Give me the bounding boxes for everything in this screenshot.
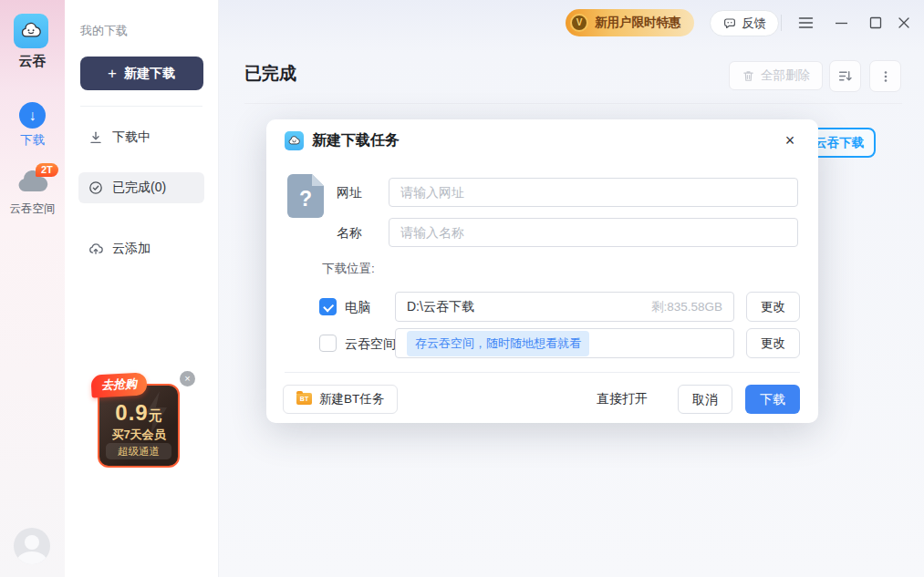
new-download-label: 新建下载	[124, 66, 175, 82]
maximize-button[interactable]	[865, 12, 887, 34]
user-avatar[interactable]	[14, 528, 50, 564]
app-name: 云吞	[0, 53, 65, 70]
promo-footer: 超级通道	[106, 443, 171, 459]
sidebar-divider	[80, 106, 202, 107]
change-cloud-button[interactable]: 更改	[746, 328, 800, 358]
promo-price: 0.9元	[99, 400, 178, 426]
pc-path-input[interactable]	[407, 300, 651, 314]
promo-subtitle: 买7天会员	[99, 427, 178, 443]
name-input[interactable]	[389, 218, 798, 247]
more-options-button[interactable]	[869, 60, 901, 92]
nav-download-icon[interactable]: ↓	[19, 102, 46, 129]
feedback-label: 反馈	[742, 15, 766, 32]
dialog-logo-icon	[285, 131, 304, 150]
change-pc-path-button[interactable]: 更改	[746, 292, 800, 322]
check-circle-icon	[88, 180, 103, 195]
plus-icon: +	[108, 66, 117, 81]
download-button[interactable]: 下载	[745, 385, 800, 414]
dialog-close-icon[interactable]: ×	[780, 130, 800, 150]
bt-task-label: 新建BT任务	[319, 391, 384, 407]
space-quota-badge: 2T	[36, 163, 58, 177]
url-label: 网址	[266, 185, 362, 201]
avatar-shoulders	[17, 551, 47, 564]
new-user-offer-badge[interactable]: V 新用户限时特惠	[566, 9, 694, 36]
offer-badge-label: 新用户限时特惠	[595, 15, 681, 31]
page-title: 已完成	[244, 62, 296, 86]
pc-checkbox[interactable]	[319, 298, 337, 315]
sidebar-item-label: 云添加	[112, 241, 151, 257]
sidebar: 我的下载 + 新建下载 下载中 已完成(0)	[65, 0, 219, 577]
promo-ribbon[interactable]: 去抢购	[90, 372, 147, 397]
pc-path-field[interactable]: 剩:835.58GB	[395, 292, 734, 322]
bt-folder-icon: BT	[296, 393, 312, 405]
app-logo[interactable]	[14, 14, 48, 48]
dialog-header: 新建下载任务 ×	[266, 119, 818, 161]
titlebar-separator	[781, 15, 782, 31]
arrow-down-glyph: ↓	[29, 108, 36, 124]
menu-icon[interactable]	[794, 12, 816, 34]
free-space-hint: 剩:835.58GB	[651, 299, 722, 315]
new-bt-task-button[interactable]: BT 新建BT任务	[283, 385, 398, 414]
promo-price-unit: 元	[149, 407, 162, 423]
minimize-button[interactable]	[830, 12, 852, 34]
feedback-bubble-icon	[722, 16, 737, 31]
delete-all-button[interactable]: 全部删除	[729, 61, 823, 90]
cloud-label[interactable]: 云吞空间	[345, 336, 396, 353]
app-window: 云吞 ↓ 下载 2T 云吞空间 我的下载 + 新建下载	[0, 0, 924, 577]
promo-close-icon[interactable]: ×	[180, 371, 195, 386]
dialog-footer: BT 新建BT任务 直接打开 取消 下载	[283, 384, 800, 414]
vip-v-icon: V	[570, 14, 588, 32]
close-window-button[interactable]	[893, 12, 915, 34]
cancel-button[interactable]: 取消	[678, 385, 732, 414]
bt-glyph: BT	[296, 393, 312, 405]
cloud-hint-field[interactable]: 存云吞空间，随时随地想看就看	[395, 328, 734, 358]
sidebar-item-cloud-add[interactable]: 云添加	[78, 234, 204, 263]
name-label: 名称	[266, 225, 362, 242]
sort-button[interactable]	[829, 60, 861, 92]
promo-price-number: 0.9	[115, 400, 148, 425]
new-download-button[interactable]: + 新建下载	[80, 57, 203, 90]
content-divider	[244, 103, 902, 104]
cloud-upload-icon	[88, 242, 103, 256]
pc-label[interactable]: 电脑	[345, 300, 370, 316]
download-location-label: 下载位置:	[322, 261, 375, 277]
nav-download-label[interactable]: 下载	[0, 132, 65, 149]
avatar-head	[25, 535, 39, 550]
kebab-menu-icon	[878, 69, 893, 84]
left-rail: 云吞 ↓ 下载 2T 云吞空间	[0, 0, 65, 577]
sidebar-item-downloading[interactable]: 下载中	[78, 123, 204, 152]
feedback-button[interactable]: 反馈	[710, 10, 779, 36]
nav-space-label[interactable]: 云吞空间	[0, 201, 65, 217]
sidebar-section-title: 我的下载	[80, 23, 218, 39]
url-input[interactable]	[389, 178, 798, 207]
trash-icon	[742, 69, 755, 83]
delete-all-label: 全部删除	[761, 67, 810, 84]
sidebar-item-label: 下载中	[112, 129, 151, 146]
cloud-hint-chip: 存云吞空间，随时随地想看就看	[407, 331, 589, 356]
sidebar-item-label: 已完成(0)	[112, 180, 166, 196]
new-download-dialog: 新建下载任务 × ? 网址 名称 下载位置: 电脑 剩:835.58GB 更改	[266, 119, 818, 423]
sidebar-item-completed[interactable]: 已完成(0)	[78, 172, 204, 203]
download-to-line-icon	[88, 130, 103, 145]
dialog-footer-divider	[285, 372, 800, 373]
cloud-smile-icon	[19, 19, 43, 43]
open-directly-link[interactable]: 直接打开	[597, 391, 648, 407]
sort-icon	[837, 68, 853, 84]
cloud-checkbox[interactable]	[319, 335, 337, 352]
dialog-title: 新建下载任务	[312, 131, 400, 150]
